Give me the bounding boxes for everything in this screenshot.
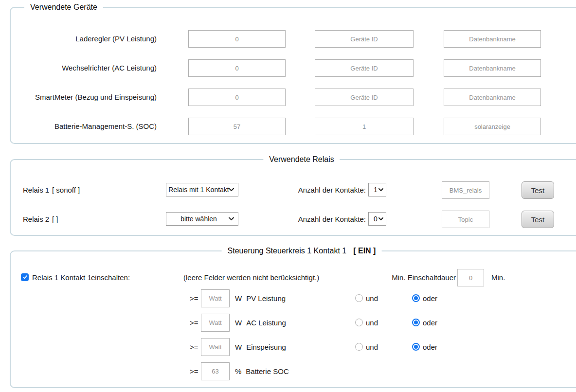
relay-type-value: bitte wählen — [180, 215, 217, 223]
or-radio[interactable] — [412, 294, 420, 302]
action-label: einschalten: — [91, 273, 130, 282]
control-legend-text: Steuerung Steuerkreis 1 Kontakt 1 — [228, 247, 347, 255]
or-radio-label: oder — [423, 343, 437, 351]
relay-type-select[interactable]: Relais mit 1 Kontakt — [166, 183, 238, 196]
relay-contact-enable-checkbox[interactable] — [21, 273, 29, 281]
control-state-badge: [ EIN ] — [353, 247, 376, 255]
operator-label: >= — [190, 362, 198, 380]
pv-threshold-input[interactable] — [201, 289, 230, 307]
check-icon — [22, 273, 28, 282]
chevron-down-icon — [229, 188, 234, 192]
ac-threshold-input[interactable] — [201, 314, 230, 332]
and-radio[interactable] — [355, 294, 363, 302]
empty-fields-hint: (leere Felder werden nicht berücksichtig… — [183, 273, 319, 282]
min-unit-label: Min. — [491, 269, 505, 286]
and-radio-label: und — [366, 294, 378, 303]
contacts-count-value: 0 — [374, 215, 378, 223]
relay-test-button[interactable]: Test — [522, 211, 554, 228]
condition-unit: W — [235, 314, 242, 332]
condition-name: AC Leistung — [246, 314, 286, 332]
condition-name: Batterie SOC — [246, 362, 288, 380]
operator-label: >= — [190, 289, 198, 307]
or-radio-label: oder — [423, 294, 437, 303]
contacts-count-value: 1 — [374, 186, 378, 194]
min-duration-input[interactable] — [457, 269, 484, 286]
relay-name: Relais 1 — [23, 183, 49, 197]
device-power-input[interactable] — [188, 118, 286, 135]
soc-threshold-input[interactable] — [201, 362, 230, 380]
operator-label: >= — [190, 338, 198, 356]
relay-bracket: [ sonoff ] — [52, 183, 80, 197]
device-power-input[interactable] — [188, 59, 286, 77]
device-label: Batterie-Management-S. (SOC) — [11, 118, 157, 135]
control-panel: Steuerung Steuerkreis 1 Kontakt 1[ EIN ]… — [10, 250, 576, 388]
device-power-input[interactable] — [188, 89, 286, 106]
condition-unit: W — [235, 338, 242, 356]
device-label: Laderegler (PV Leistung) — [11, 30, 157, 48]
feedin-threshold-input[interactable] — [201, 338, 230, 356]
device-db-input[interactable] — [444, 118, 541, 135]
condition-name: PV Leistung — [246, 289, 286, 307]
contacts-count-select[interactable]: 0 — [368, 212, 386, 226]
and-radio[interactable] — [355, 343, 363, 351]
relay-bracket: [ ] — [52, 213, 58, 226]
device-id-input[interactable] — [315, 59, 414, 77]
or-radio-label: oder — [423, 319, 437, 327]
contacts-label: Anzahl der Kontakte: — [283, 183, 366, 197]
condition-label: W AC Leistung — [235, 314, 286, 332]
device-db-input[interactable] — [444, 89, 541, 106]
condition-unit: % — [235, 362, 241, 380]
device-label: SmartMeter (Bezug und Einspeisung) — [11, 89, 157, 106]
device-id-input[interactable] — [315, 89, 414, 106]
condition-label: W Einspeisung — [235, 338, 286, 356]
relay-type-value: Relais mit 1 Kontakt — [168, 186, 229, 194]
condition-label: % Batterie SOC — [235, 362, 289, 380]
relay-topic-input[interactable] — [442, 211, 489, 228]
operator-label: >= — [190, 314, 198, 332]
control-legend: Steuerung Steuerkreis 1 Kontakt 1[ EIN ] — [222, 246, 382, 256]
condition-name: Einspeisung — [246, 338, 286, 356]
device-db-input[interactable] — [444, 30, 541, 48]
relay-test-button[interactable]: Test — [522, 181, 554, 199]
chevron-down-icon — [378, 217, 383, 220]
chevron-down-icon — [229, 217, 234, 221]
contacts-label: Anzahl der Kontakte: — [283, 213, 366, 226]
and-radio-label: und — [366, 343, 378, 351]
device-label: Wechselrichter (AC Leistung) — [11, 59, 157, 77]
relays-legend: Verwendete Relais — [263, 155, 340, 164]
devices-legend: Verwendete Geräte — [24, 2, 103, 12]
condition-unit: W — [235, 289, 242, 307]
relay-type-select[interactable]: bitte wählen — [166, 212, 238, 226]
and-radio[interactable] — [355, 319, 363, 326]
device-id-input[interactable] — [315, 30, 414, 48]
or-radio[interactable] — [412, 319, 420, 326]
chevron-down-icon — [378, 188, 383, 191]
and-radio-label: und — [366, 319, 378, 327]
relay-name: Relais 2 — [23, 213, 49, 226]
contacts-count-select[interactable]: 1 — [368, 183, 386, 196]
device-id-input[interactable] — [315, 118, 414, 135]
condition-label: W PV Leistung — [235, 289, 286, 307]
devices-panel: Verwendete Geräte Laderegler (PV Leistun… — [10, 7, 576, 144]
checkbox-label: Relais 1 Kontakt 1 — [32, 273, 91, 282]
device-db-input[interactable] — [444, 59, 541, 77]
device-power-input[interactable] — [188, 30, 286, 48]
or-radio[interactable] — [412, 343, 420, 351]
relays-panel: Verwendete Relais Relais 1 [ sonoff ] Re… — [10, 159, 576, 236]
min-duration-label: Min. Einschaltdauer — [373, 269, 456, 286]
relay-topic-input[interactable] — [442, 181, 489, 199]
